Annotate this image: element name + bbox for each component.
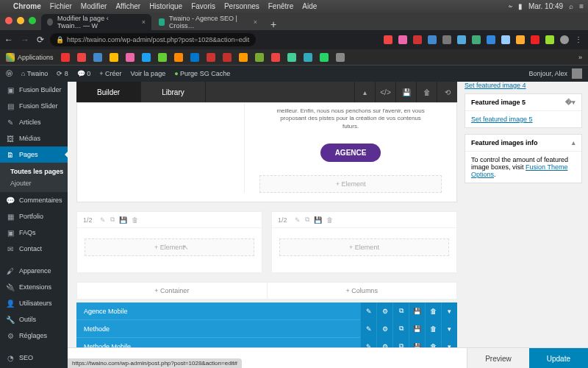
- save-col-icon[interactable]: 💾: [314, 216, 322, 224]
- tab-close-icon[interactable]: ×: [254, 18, 257, 26]
- browser-tab[interactable]: Twaino - Agence SEO | Croiss… ×: [153, 14, 263, 30]
- address-bar[interactable]: 🔒 https://twaino.com/wp-admin/post.php?p…: [50, 33, 256, 46]
- wp-new-link[interactable]: + Créer: [99, 70, 121, 77]
- row-edit-icon[interactable]: ✎: [360, 302, 376, 320]
- sidebar-media[interactable]: 🖾Médias: [0, 130, 68, 146]
- wp-comments-icon[interactable]: 💬 0: [77, 70, 91, 77]
- save-col-icon[interactable]: 💾: [119, 216, 127, 224]
- ext-icon[interactable]: [457, 35, 466, 44]
- bookmarks-overflow-icon[interactable]: »: [578, 54, 582, 61]
- ext-icon[interactable]: [428, 35, 437, 44]
- wp-site-link[interactable]: ⌂ Twaino: [21, 70, 48, 77]
- bookmark-icon[interactable]: [239, 53, 248, 62]
- wp-greeting[interactable]: Bonjour, Alex: [528, 70, 567, 77]
- builder-collapse-icon[interactable]: ▴: [354, 82, 375, 102]
- builder-section-row[interactable]: Methode ✎ ⚙ ⧉ 💾 🗑 ▾: [76, 320, 457, 338]
- text-element[interactable]: meilleur. Enfin, nous nous penchons sur …: [245, 103, 456, 135]
- sidebar-fusion-builder[interactable]: ▣Fusion Builder: [0, 82, 68, 98]
- reload-icon[interactable]: ⟳: [37, 35, 44, 45]
- row-edit-icon[interactable]: ✎: [360, 320, 376, 338]
- bookmark-icon[interactable]: [255, 53, 264, 62]
- bookmark-icon[interactable]: [126, 53, 135, 62]
- menu-people[interactable]: Personnes: [224, 2, 259, 10]
- bookmark-icon[interactable]: [223, 53, 232, 62]
- bookmark-icon[interactable]: [110, 53, 118, 62]
- maximize-window-icon[interactable]: [29, 17, 36, 24]
- bookmark-icon[interactable]: [271, 53, 280, 62]
- close-window-icon[interactable]: [5, 17, 12, 24]
- clone-icon[interactable]: ⧉: [110, 216, 115, 224]
- sidebar-articles[interactable]: ✎Articles: [0, 114, 68, 130]
- row-clone-icon[interactable]: ⧉: [392, 320, 409, 338]
- builder-code-icon[interactable]: </>: [375, 82, 395, 102]
- ext-icon[interactable]: [472, 35, 481, 44]
- bookmark-icon[interactable]: [93, 53, 102, 62]
- profile-avatar-icon[interactable]: [560, 35, 569, 44]
- submenu-add-page[interactable]: Ajouter: [10, 177, 68, 189]
- row-clone-icon[interactable]: ⧉: [392, 302, 409, 320]
- menu-bookmarks[interactable]: Favoris: [191, 2, 215, 10]
- builder-save-icon[interactable]: 💾: [395, 82, 416, 102]
- row-save-icon[interactable]: 💾: [409, 302, 425, 320]
- sidebar-seo[interactable]: ◔SEO: [0, 350, 68, 366]
- sidebar-users[interactable]: 👤Utilisateurs: [0, 295, 68, 311]
- edit-icon[interactable]: ✎: [100, 216, 106, 224]
- notifications-icon[interactable]: ≡: [579, 2, 584, 10]
- app-name[interactable]: Chrome: [13, 2, 41, 10]
- bookmark-icon[interactable]: [158, 53, 167, 62]
- new-tab-button[interactable]: +: [265, 18, 282, 30]
- wp-updates-icon[interactable]: ⟳ 8: [57, 70, 68, 77]
- bookmark-icon[interactable]: [174, 53, 183, 62]
- ext-icon[interactable]: [516, 35, 525, 44]
- agence-button[interactable]: AGENCE: [320, 144, 381, 162]
- sidebar-contact[interactable]: ✉Contact: [0, 241, 68, 257]
- panel-toggle-icon[interactable]: �▾: [565, 99, 576, 106]
- sidebar-comments[interactable]: 💬Commentaires: [0, 192, 68, 208]
- menu-history[interactable]: Historique: [149, 2, 182, 10]
- bookmark-icon[interactable]: [77, 53, 86, 62]
- menu-file[interactable]: Fichier: [50, 2, 72, 10]
- add-element-button[interactable]: + Element↖: [85, 238, 254, 256]
- row-settings-icon[interactable]: ⚙: [376, 320, 392, 338]
- ext-icon[interactable]: [531, 35, 539, 44]
- add-container-button[interactable]: + Container: [77, 283, 268, 299]
- minimize-window-icon[interactable]: [17, 17, 24, 24]
- panel-toggle-icon[interactable]: ▴: [572, 139, 576, 146]
- ext-icon[interactable]: [501, 35, 510, 44]
- builder-tab-library[interactable]: Library: [141, 82, 206, 102]
- add-element-button[interactable]: + Element: [279, 238, 449, 256]
- row-settings-icon[interactable]: ⚙: [376, 302, 392, 320]
- row-delete-icon[interactable]: 🗑: [425, 302, 441, 320]
- bookmark-icon[interactable]: [320, 53, 329, 62]
- wp-purge-cache[interactable]: ● Purge SG Cache: [174, 70, 230, 77]
- row-toggle-icon[interactable]: ▾: [441, 320, 457, 338]
- ext-icon[interactable]: [384, 35, 392, 44]
- builder-history-icon[interactable]: ⟲: [437, 82, 457, 102]
- row-save-icon[interactable]: 💾: [409, 320, 425, 338]
- builder-delete-icon[interactable]: 🗑: [416, 82, 437, 102]
- wp-avatar-icon[interactable]: [572, 68, 582, 79]
- preview-button[interactable]: Preview: [467, 348, 529, 368]
- sidebar-portfolio[interactable]: ▦Portfolio: [0, 208, 68, 224]
- ext-icon[interactable]: [545, 35, 554, 44]
- ext-icon[interactable]: [487, 35, 495, 44]
- sidebar-pages[interactable]: 🗎Pages: [0, 146, 68, 163]
- sidebar-appearance[interactable]: 🖌Apparence: [0, 263, 68, 279]
- menu-window[interactable]: Fenêtre: [268, 2, 293, 10]
- tab-close-icon[interactable]: ×: [142, 18, 146, 26]
- flag-icon[interactable]: ▮: [518, 2, 523, 10]
- back-icon[interactable]: ←: [4, 35, 13, 45]
- update-button[interactable]: Update: [529, 348, 588, 368]
- bookmark-icon[interactable]: [207, 53, 215, 62]
- builder-tab-builder[interactable]: Builder: [76, 82, 141, 102]
- spotlight-icon[interactable]: ⌕: [569, 2, 573, 10]
- add-element-button[interactable]: + Element: [259, 175, 442, 193]
- menubar-clock[interactable]: Mar. 10:49: [528, 2, 563, 10]
- window-controls[interactable]: [5, 17, 36, 24]
- apps-shortcut[interactable]: Applications: [6, 53, 54, 62]
- bookmark-icon[interactable]: [304, 53, 312, 62]
- edit-icon[interactable]: ✎: [295, 216, 301, 224]
- menu-edit[interactable]: Modifier: [81, 2, 107, 10]
- sidebar-settings[interactable]: ⚙Réglages: [0, 328, 68, 344]
- wp-view-page-link[interactable]: Voir la page: [131, 70, 166, 77]
